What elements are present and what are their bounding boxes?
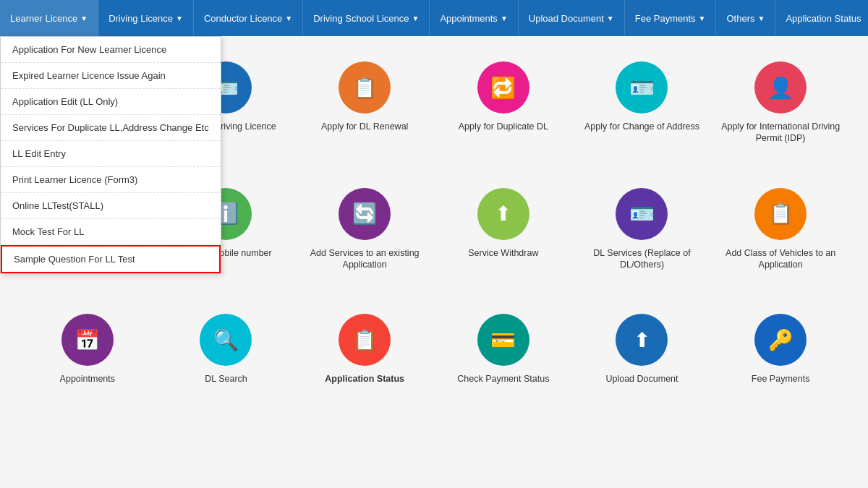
nav-learner-licence[interactable]: Learner Licence ▼ Application For New Le…: [0, 0, 98, 36]
service-item-row1-grid-2[interactable]: 🔁Apply for Duplicate DL: [438, 51, 569, 155]
service-item-row3-2[interactable]: 📋Application Status: [299, 303, 430, 395]
dropdown-item-7[interactable]: Mock Test For LL: [1, 219, 221, 245]
service-item-row1-grid-4[interactable]: 👤Apply for International Driving Permit …: [715, 51, 846, 155]
service-icon-1: 📋: [339, 61, 391, 114]
service-icon-3: 🪪: [616, 188, 668, 240]
nav-learner-licence-caret: ▼: [80, 14, 88, 22]
service-item-row1-grid-3[interactable]: 🪪Apply for Change of Address: [576, 51, 708, 155]
nav-driving-school[interactable]: Driving School Licence ▼: [303, 0, 430, 36]
dropdown-item-0[interactable]: Application For New Learner Licence: [1, 37, 221, 63]
nav-others[interactable]: Others ▼: [716, 0, 775, 36]
service-label-row3-3: Check Payment Status: [457, 373, 549, 385]
service-label-row3-0: Appointments: [60, 373, 115, 385]
service-label-4: Apply for International Driving Permit (…: [720, 121, 841, 145]
service-label-row3-1: DL Search: [205, 373, 247, 385]
service-icon-4: 📋: [754, 188, 807, 240]
service-icon-row3-3: 💳: [477, 314, 529, 366]
service-item-row1-grid-1[interactable]: 📋Apply for DL Renewal: [299, 51, 430, 155]
dropdown-item-5[interactable]: Print Learner Licence (Form3): [1, 167, 221, 193]
nav-upload-document-caret: ▼: [607, 14, 614, 22]
service-label-2: Apply for Duplicate DL: [459, 121, 548, 132]
service-label-4: Add Class of Vehicles to an Application: [720, 247, 841, 271]
service-icon-2: 🔁: [477, 61, 529, 114]
service-item-row2-grid-4[interactable]: 📋Add Class of Vehicles to an Application: [715, 177, 846, 282]
nav-upload-document[interactable]: Upload Document ▼: [519, 0, 625, 36]
nav-fee-payments-label: Fee Payments: [635, 13, 696, 24]
learner-licence-dropdown: Application For New Learner LicenceExpir…: [0, 36, 221, 274]
service-icon-row3-1: 🔍: [200, 314, 252, 366]
nav-fee-payments-caret: ▼: [699, 14, 706, 22]
service-item-row2-grid-3[interactable]: 🪪DL Services (Replace of DL/Others): [576, 177, 708, 282]
nav-fee-payments[interactable]: Fee Payments ▼: [625, 0, 717, 36]
dropdown-item-6[interactable]: Online LLTest(STALL): [1, 193, 221, 219]
nav-driving-school-caret: ▼: [412, 14, 419, 22]
nav-appointments-label: Appointments: [440, 13, 498, 24]
service-label-3: DL Services (Replace of DL/Others): [582, 247, 702, 271]
service-label-row3-5: Fee Payments: [752, 373, 810, 385]
nav-driving-school-label: Driving School Licence: [313, 13, 409, 24]
service-icon-row3-5: 🔑: [754, 314, 807, 366]
navbar: Learner Licence ▼ Application For New Le…: [0, 0, 868, 36]
nav-others-label: Others: [726, 13, 754, 24]
service-icon-row3-2: 📋: [339, 314, 391, 366]
service-item-row3-5[interactable]: 🔑Fee Payments: [715, 303, 846, 395]
service-icon-1: 🔄: [339, 188, 391, 240]
nav-upload-document-label: Upload Document: [529, 13, 604, 24]
service-icon-row3-4: ⬆: [616, 314, 668, 366]
service-label-2: Service Withdraw: [468, 247, 538, 259]
service-label-1: Apply for DL Renewal: [321, 121, 408, 132]
service-item-row3-4[interactable]: ⬆Upload Document: [576, 303, 708, 395]
service-icon-4: 👤: [754, 61, 807, 114]
service-item-row3-0[interactable]: 📅Appointments: [22, 303, 153, 395]
nav-driving-licence-caret: ▼: [176, 14, 183, 22]
nav-driving-licence[interactable]: Driving Licence ▼: [98, 0, 194, 36]
service-item-row2-grid-2[interactable]: ⬆Service Withdraw: [438, 177, 569, 282]
service-item-row2-grid-1[interactable]: 🔄Add Services to an existing Application: [299, 177, 430, 282]
service-grid-row3: 📅Appointments🔍DL Search📋Application Stat…: [22, 303, 846, 395]
nav-application-status-label: Application Status: [786, 13, 861, 24]
nav-learner-licence-label: Learner Licence: [10, 13, 77, 24]
dropdown-item-2[interactable]: Application Edit (LL Only): [1, 89, 221, 115]
nav-conductor-licence[interactable]: Conductor Licence ▼: [194, 0, 303, 36]
nav-application-status[interactable]: Application Status: [775, 0, 868, 36]
dropdown-item-4[interactable]: LL Edit Entry: [1, 141, 221, 167]
service-item-row3-3[interactable]: 💳Check Payment Status: [438, 303, 569, 395]
nav-others-caret: ▼: [758, 14, 765, 22]
service-label-row3-4: Upload Document: [605, 373, 678, 385]
service-icon-2: ⬆: [477, 188, 529, 240]
nav-appointments[interactable]: Appointments ▼: [430, 0, 518, 36]
dropdown-item-3[interactable]: Services For Duplicate LL,Address Change…: [1, 115, 221, 141]
nav-conductor-licence-label: Conductor Licence: [204, 13, 282, 24]
service-label-3: Apply for Change of Address: [584, 121, 699, 132]
nav-driving-licence-label: Driving Licence: [109, 13, 173, 24]
nav-appointments-caret: ▼: [501, 14, 508, 22]
nav-conductor-licence-caret: ▼: [285, 14, 292, 22]
service-item-row3-1[interactable]: 🔍DL Search: [161, 303, 292, 395]
service-icon-3: 🪪: [616, 61, 668, 114]
service-icon-row3-0: 📅: [61, 314, 114, 366]
dropdown-item-8[interactable]: Sample Question For LL Test: [1, 245, 221, 273]
service-label-1: Add Services to an existing Application: [305, 247, 425, 271]
dropdown-item-1[interactable]: Expired Learner Licence Issue Again: [1, 63, 221, 89]
service-label-row3-2: Application Status: [325, 373, 404, 385]
